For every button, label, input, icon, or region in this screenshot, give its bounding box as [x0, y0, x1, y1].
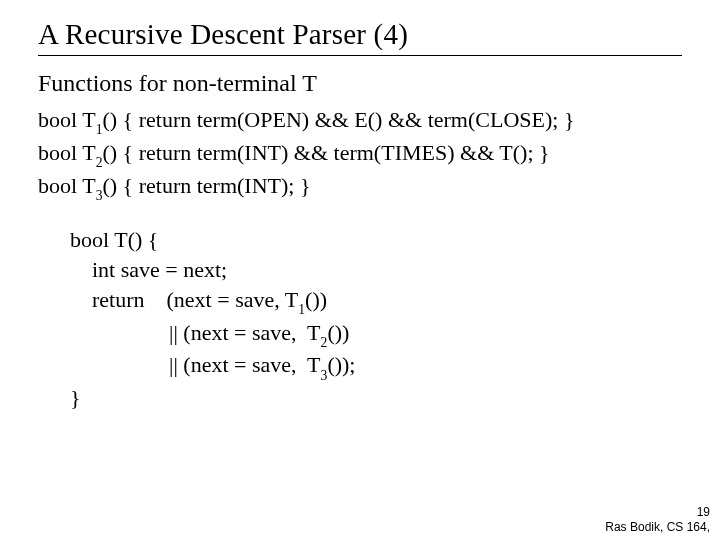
page-number: 19	[605, 505, 710, 519]
slide-subtitle: Functions for non-terminal T	[38, 70, 682, 97]
body-l2: int save = next;	[70, 255, 682, 285]
t2-sub: 2	[96, 155, 103, 170]
t1-rest: () { return term(OPEN) && E() && term(CL…	[102, 107, 574, 132]
code-line-t2: bool T2() { return term(INT) && term(TIM…	[38, 138, 682, 171]
body-l4a: || (next = save, T	[70, 320, 321, 345]
t1-sub: 1	[96, 122, 103, 137]
body-l6: }	[70, 383, 682, 413]
code-body: bool T() { int save = next; return (next…	[70, 225, 682, 412]
body-l3: return (next = save, T1())	[70, 285, 682, 318]
code-line-t3: bool T3() { return term(INT); }	[38, 171, 682, 204]
body-l4b: ())	[327, 320, 349, 345]
slide-footer: 19 Ras Bodik, CS 164,	[605, 505, 710, 534]
slide-title: A Recursive Descent Parser (4)	[38, 18, 682, 51]
body-l4: || (next = save, T2())	[70, 318, 682, 351]
t1-prefix: bool T	[38, 107, 96, 132]
t3-prefix: bool T	[38, 173, 96, 198]
body-l3a: return (next = save, T	[70, 287, 298, 312]
body-l5: || (next = save, T3());	[70, 350, 682, 383]
t2-prefix: bool T	[38, 140, 96, 165]
body-l1: bool T() {	[70, 225, 682, 255]
body-l5a: || (next = save, T	[70, 352, 321, 377]
code-definitions: bool T1() { return term(OPEN) && E() && …	[38, 105, 682, 203]
body-l4s: 2	[321, 335, 328, 350]
body-l5s: 3	[321, 368, 328, 383]
body-l3b: ())	[305, 287, 327, 312]
t2-rest: () { return term(INT) && term(TIMES) && …	[102, 140, 549, 165]
slide: A Recursive Descent Parser (4) Functions…	[0, 0, 720, 540]
code-line-t1: bool T1() { return term(OPEN) && E() && …	[38, 105, 682, 138]
attribution: Ras Bodik, CS 164,	[605, 520, 710, 534]
t3-rest: () { return term(INT); }	[102, 173, 310, 198]
body-l3s: 1	[298, 302, 305, 317]
t3-sub: 3	[96, 188, 103, 203]
body-l5b: ());	[327, 352, 355, 377]
title-rule	[38, 55, 682, 56]
